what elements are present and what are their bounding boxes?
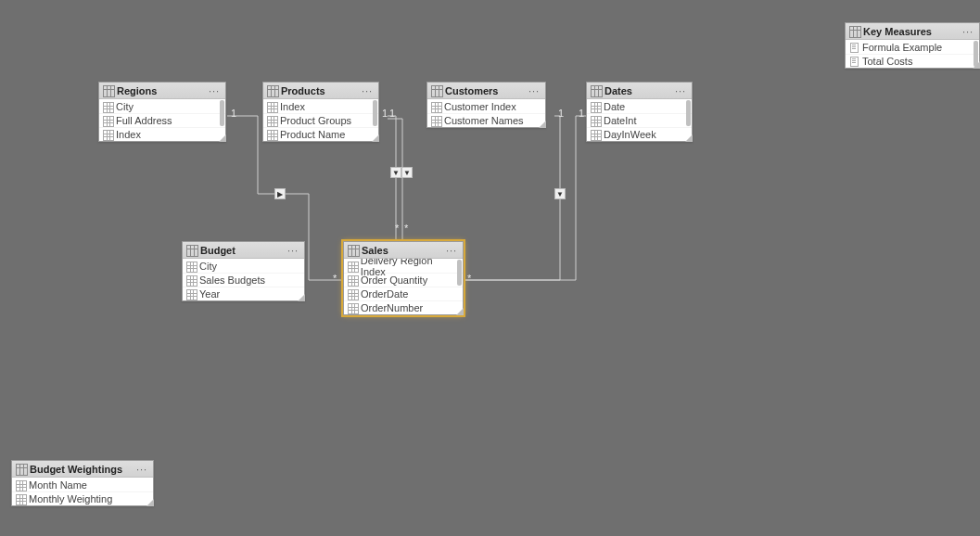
column-name: Order Quantity	[361, 274, 427, 286]
more-menu-button[interactable]: ···	[961, 26, 975, 37]
resize-handle[interactable]	[146, 499, 154, 506]
table-icon	[103, 85, 113, 96]
scrollbar[interactable]	[220, 100, 224, 126]
table-icon	[591, 85, 601, 96]
column-row[interactable]: Sales Budgets	[183, 273, 304, 287]
column-row[interactable]: Year	[183, 287, 304, 300]
column-name: OrderNumber	[361, 302, 423, 313]
more-menu-button[interactable]: ···	[207, 85, 222, 96]
more-menu-button[interactable]: ···	[673, 85, 688, 96]
table-header[interactable]: Key Measures ···	[846, 23, 979, 40]
column-row[interactable]: Delivery Region Index	[344, 259, 463, 273]
column-row[interactable]: Date	[587, 99, 692, 113]
table-header[interactable]: Regions ···	[99, 83, 225, 99]
column-icon	[348, 289, 357, 299]
column-icon	[431, 102, 440, 111]
column-row[interactable]: OrderNumber	[344, 300, 463, 314]
table-card-regions[interactable]: Regions ··· City Full Address Index	[98, 82, 226, 142]
column-name: Product Name	[280, 129, 345, 140]
table-title: Budget Weightings	[30, 464, 134, 475]
table-icon	[186, 245, 197, 255]
cardinality-label-mid1: *	[395, 223, 399, 234]
column-icon	[103, 130, 112, 139]
scrollbar[interactable]	[457, 260, 462, 286]
table-header[interactable]: Dates ···	[587, 83, 692, 99]
column-name: OrderDate	[361, 288, 408, 300]
table-card-sales[interactable]: Sales ··· Delivery Region Index Order Qu…	[343, 241, 464, 315]
column-icon	[186, 289, 196, 299]
table-card-products[interactable]: Products ··· Index Product Groups Produc…	[262, 82, 379, 142]
column-row[interactable]: Index	[263, 99, 378, 113]
column-name: Customer Names	[444, 115, 524, 126]
column-row[interactable]: Month Name	[12, 478, 153, 491]
filter-direction-arrow: ▼	[554, 188, 566, 199]
column-icon	[267, 102, 276, 111]
table-title: Customers	[445, 85, 527, 96]
measure-icon	[849, 43, 859, 52]
more-menu-button[interactable]: ···	[527, 85, 541, 96]
column-row[interactable]: Customer Index	[427, 99, 545, 113]
column-icon	[103, 116, 112, 125]
column-row[interactable]: Total Costs	[846, 54, 979, 68]
scrollbar[interactable]	[686, 100, 691, 126]
cardinality-label-products: 1	[382, 108, 388, 119]
resize-handle[interactable]	[539, 121, 546, 128]
column-icon	[16, 480, 25, 490]
column-row[interactable]: Customer Names	[427, 113, 545, 127]
resize-handle[interactable]	[298, 294, 305, 301]
column-row[interactable]: City	[183, 259, 304, 273]
table-header[interactable]: Customers ···	[427, 83, 545, 99]
table-header[interactable]: Products ···	[263, 83, 378, 99]
column-name: Index	[116, 129, 141, 140]
column-icon	[186, 262, 196, 271]
column-row[interactable]: City	[99, 99, 225, 113]
column-icon	[103, 102, 112, 111]
column-row[interactable]: Formula Example	[846, 40, 979, 54]
column-icon	[591, 130, 600, 139]
column-name: Index	[280, 101, 305, 112]
scrollbar[interactable]	[373, 100, 377, 126]
table-header[interactable]: Budget ···	[183, 242, 304, 259]
column-name: Product Groups	[280, 115, 351, 126]
column-icon	[186, 275, 196, 285]
table-title: Regions	[117, 85, 207, 96]
column-icon	[591, 102, 600, 111]
table-title: Budget	[200, 245, 286, 256]
column-row[interactable]: DateInt	[587, 113, 692, 127]
resize-handle[interactable]	[456, 308, 464, 315]
resize-handle[interactable]	[973, 61, 980, 69]
column-icon	[348, 262, 357, 271]
column-row[interactable]: Monthly Weighting	[12, 491, 153, 505]
more-menu-button[interactable]: ···	[444, 245, 459, 256]
column-row[interactable]: Product Name	[263, 127, 378, 141]
column-icon	[267, 116, 276, 125]
table-card-dates[interactable]: Dates ··· Date DateInt DayInWeek	[586, 82, 693, 142]
resize-handle[interactable]	[219, 134, 226, 142]
column-name: DayInWeek	[604, 129, 656, 140]
table-card-key-measures[interactable]: Key Measures ··· Formula Example Total C…	[845, 22, 980, 69]
column-row[interactable]: DayInWeek	[587, 127, 692, 141]
column-row[interactable]: Index	[99, 127, 225, 141]
measure-name: Total Costs	[862, 56, 912, 67]
cardinality-label-dates: 1	[579, 108, 584, 119]
resize-handle[interactable]	[685, 134, 693, 142]
more-menu-button[interactable]: ···	[286, 245, 300, 256]
filter-direction-arrow: ▶	[274, 188, 286, 199]
column-name: City	[116, 101, 134, 112]
resize-handle[interactable]	[372, 134, 379, 142]
column-row[interactable]: Full Address	[99, 113, 225, 127]
cardinality-label-sales-left: *	[333, 273, 337, 284]
more-menu-button[interactable]: ···	[134, 464, 149, 475]
column-row[interactable]: Product Groups	[263, 113, 378, 127]
table-card-customers[interactable]: Customers ··· Customer Index Customer Na…	[426, 82, 546, 128]
table-icon	[431, 85, 441, 96]
table-header[interactable]: Sales ···	[344, 242, 463, 259]
column-row[interactable]: OrderDate	[344, 287, 463, 300]
cardinality-label-mid2: *	[404, 223, 408, 234]
column-name: Customer Index	[444, 101, 516, 112]
table-card-budget-weightings[interactable]: Budget Weightings ··· Month Name Monthly…	[11, 460, 154, 506]
table-header[interactable]: Budget Weightings ···	[12, 461, 153, 478]
more-menu-button[interactable]: ···	[360, 85, 375, 96]
table-card-budget[interactable]: Budget ··· City Sales Budgets Year	[182, 241, 305, 301]
table-title: Products	[281, 85, 360, 96]
